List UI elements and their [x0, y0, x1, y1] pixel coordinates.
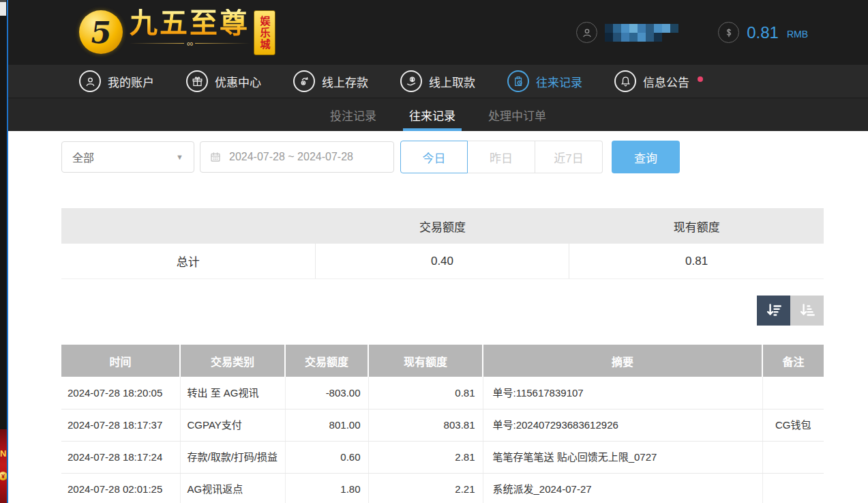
table-cell: 笔笔存笔笔送 贴心回馈无上限_0727 — [483, 441, 762, 473]
table-row: 2024-07-28 18:17:24存款/取款/打码/损益0.602.81笔笔… — [61, 441, 824, 473]
tab-transaction-records[interactable]: 往来记录 — [407, 98, 458, 131]
last7days-button[interactable]: 近7日 — [535, 141, 603, 173]
table-cell: 2024-07-28 18:20:05 — [61, 377, 180, 409]
table-cell: 803.81 — [368, 409, 483, 441]
summary-header-balance: 现有额度 — [569, 208, 824, 244]
nav-item-my-account[interactable]: 我的账户 — [79, 70, 154, 92]
balance-amount: 0.81 — [747, 23, 779, 42]
notification-dot — [698, 76, 703, 82]
table-header-cell: 现有额度 — [368, 345, 483, 377]
promo-letter: N — [0, 448, 6, 459]
table-cell: CG钱包 — [762, 409, 824, 441]
logo-title: 九五至尊 — [130, 9, 250, 38]
table-cell: 单号:115617839107 — [483, 377, 762, 409]
table-cell: 801.00 — [285, 409, 368, 441]
sort-descending-button[interactable] — [757, 296, 790, 326]
table-cell: 单号:202407293683612926 — [483, 409, 762, 441]
table-cell: 0.81 — [368, 377, 483, 409]
summary-total-label: 总计 — [61, 244, 316, 278]
logo-flourish: ∞ — [130, 39, 250, 47]
table-cell: 2024-07-28 02:01:25 — [61, 473, 180, 503]
table-cell: 2024-07-28 18:17:24 — [61, 441, 180, 473]
yesterday-button[interactable]: 昨日 — [468, 141, 535, 173]
gold-coin-icon: ¥ — [0, 472, 7, 480]
tab-processing-orders[interactable]: 处理中订单 — [486, 98, 548, 131]
logo-badge: 娱乐城 — [254, 10, 275, 55]
date-range-input[interactable]: 2024-07-28 ~ 2024-07-28 — [200, 141, 394, 173]
table-cell: 1.80 — [285, 473, 368, 503]
calendar-icon — [209, 151, 222, 163]
quick-date-group: 今日 昨日 近7日 — [400, 141, 603, 173]
sort-ascending-icon — [798, 302, 816, 319]
summary-header-empty — [61, 208, 316, 244]
subnav-tabs: 投注记录 往来记录 处理中订单 — [8, 98, 868, 131]
records-table-body: 2024-07-28 18:20:05转出 至 AG视讯-803.000.81单… — [61, 377, 824, 503]
nav-item-withdraw[interactable]: 线上取款 — [400, 70, 475, 92]
search-button[interactable]: 查询 — [612, 141, 680, 173]
table-cell: 转出 至 AG视讯 — [180, 377, 285, 409]
nav-item-records[interactable]: 往来记录 — [507, 70, 582, 92]
summary-table: 交易额度 现有额度 总计 0.40 0.81 — [61, 208, 824, 279]
main-nav: 我的账户 优惠中心 线上存款 — [8, 65, 868, 98]
nav-item-promotions[interactable]: 优惠中心 — [186, 70, 261, 92]
nav-item-deposit[interactable]: 线上存款 — [293, 70, 368, 92]
tab-betting-records[interactable]: 投注记录 — [328, 98, 378, 131]
summary-header-transaction: 交易额度 — [316, 208, 570, 244]
table-cell: AG视讯返点 — [180, 473, 285, 503]
deposit-icon — [293, 70, 315, 92]
user-account[interactable] — [576, 22, 678, 43]
summary-header-row: 交易额度 现有额度 — [61, 208, 824, 244]
table-row: 2024-07-28 02:01:25AG视讯返点1.802.21系统派发_20… — [61, 473, 824, 503]
table-cell: 0.60 — [285, 441, 368, 473]
table-cell: 存款/取款/打码/损益 — [180, 441, 285, 473]
table-cell — [762, 441, 824, 473]
background-window-scrollbar — [0, 0, 6, 16]
site-logo[interactable]: 5 九五至尊 ∞ 娱乐城 — [79, 9, 275, 55]
wallet-balance[interactable]: 0.81 RMB — [718, 22, 808, 43]
user-icon — [576, 22, 597, 43]
background-promo-banner: N ¥ — [0, 429, 7, 503]
summary-total-row: 总计 0.40 0.81 — [61, 244, 824, 279]
logo-monogram-icon: 5 — [79, 10, 123, 54]
records-table-header: 时间交易类别交易额度现有额度摘要备注 — [61, 345, 824, 377]
summary-total-transaction: 0.40 — [316, 244, 570, 278]
sort-descending-icon — [765, 302, 783, 319]
table-header-cell: 时间 — [61, 345, 180, 377]
gift-icon — [186, 70, 208, 92]
records-table: 时间交易类别交易额度现有额度摘要备注 2024-07-28 18:20:05转出… — [61, 345, 824, 503]
dollar-coin-icon — [718, 22, 739, 43]
type-select[interactable]: 全部 ▼ — [61, 141, 194, 173]
table-header-cell: 备注 — [762, 345, 824, 377]
table-cell: 2.21 — [368, 473, 483, 503]
table-row: 2024-07-28 18:17:37CGPAY支付801.00803.81单号… — [61, 409, 824, 441]
table-header-cell: 摘要 — [483, 345, 762, 377]
currency-label: RMB — [787, 29, 808, 40]
table-header-cell: 交易类别 — [180, 345, 285, 377]
topbar: 5 九五至尊 ∞ 娱乐城 — [8, 0, 868, 65]
table-row: 2024-07-28 18:20:05转出 至 AG视讯-803.000.81单… — [61, 377, 824, 409]
username-redacted — [605, 24, 678, 42]
filter-bar: 全部 ▼ 2024-07-28 ~ 2024-07-28 今日 昨日 近7日 查… — [61, 141, 868, 173]
account-icon — [79, 70, 101, 92]
nav-item-announcements[interactable]: 信息公告 — [614, 70, 703, 92]
summary-total-balance: 0.81 — [569, 244, 824, 278]
withdraw-icon — [400, 70, 422, 92]
table-header-cell: 交易额度 — [285, 345, 368, 377]
table-cell — [762, 473, 824, 503]
window-focus-border — [7, 0, 8, 503]
table-cell: 2024-07-28 18:17:37 — [61, 409, 180, 441]
table-cell: 系统派发_2024-07-27 — [483, 473, 762, 503]
page: 5 九五至尊 ∞ 娱乐城 — [8, 0, 868, 503]
records-icon — [507, 70, 529, 92]
sort-ascending-button[interactable] — [790, 296, 824, 326]
background-window-sliver: N ¥ — [0, 0, 7, 503]
table-cell — [762, 377, 824, 409]
table-cell: CGPAY支付 — [180, 409, 285, 441]
table-cell: -803.00 — [285, 377, 368, 409]
today-button[interactable]: 今日 — [400, 141, 468, 173]
chevron-down-icon: ▼ — [176, 153, 183, 161]
bell-icon — [614, 70, 636, 92]
sort-controls — [8, 296, 824, 326]
table-cell: 2.81 — [368, 441, 483, 473]
